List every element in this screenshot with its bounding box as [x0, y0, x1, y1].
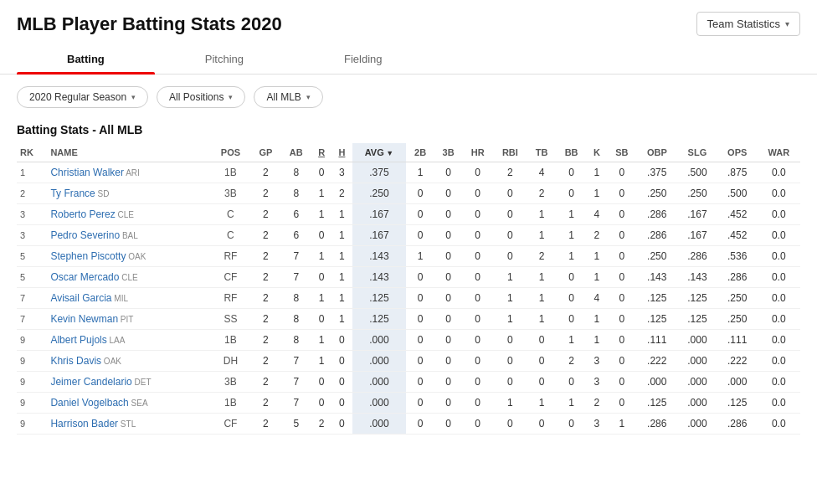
col-header-avg[interactable]: AVG — [352, 143, 407, 162]
table-row: 9Jeimer Candelario DET3B2700.00000000030… — [17, 372, 800, 393]
player-link[interactable]: Albert Pujols — [50, 334, 106, 346]
cell-slg: .500 — [677, 162, 717, 183]
table-row: 9Khris Davis OAKDH2710.00000000230.222.0… — [17, 351, 800, 372]
cell-pos: CF — [211, 414, 251, 435]
team-statistics-button[interactable]: Team Statistics ▾ — [696, 12, 800, 36]
cell-war: 0.0 — [758, 351, 800, 372]
cell-obp: .000 — [637, 372, 678, 393]
tab-pitching[interactable]: Pitching — [155, 44, 294, 74]
league-filter[interactable]: All MLB ▾ — [254, 86, 322, 108]
cell-gp: 2 — [250, 288, 280, 309]
cell-gp: 2 — [250, 246, 280, 267]
team-abbr: OAK — [101, 357, 121, 366]
player-link[interactable]: Avisail Garcia — [50, 292, 111, 304]
cell-ab: 7 — [281, 393, 311, 414]
table-row: 5Stephen Piscotty OAKRF2711.14310002110.… — [17, 246, 800, 267]
player-link[interactable]: Kevin Newman — [50, 313, 118, 325]
cell-rbi: 1 — [493, 393, 527, 414]
cell-tb: 4 — [527, 162, 557, 183]
cell-obp: .286 — [637, 225, 678, 246]
cell-r: 0 — [311, 267, 331, 288]
cell-hr: 0 — [462, 267, 492, 288]
cell-pos: 1B — [211, 162, 251, 183]
cell-3b: 0 — [434, 162, 463, 183]
cell-k: 1 — [587, 309, 607, 330]
cell-3b: 0 — [434, 372, 463, 393]
cell-slg: .000 — [677, 372, 717, 393]
tab-fielding[interactable]: Fielding — [294, 44, 433, 74]
cell-3b: 0 — [434, 351, 463, 372]
cell-obp: .250 — [637, 246, 678, 267]
cell-rbi: 2 — [493, 162, 527, 183]
cell-pos: 3B — [211, 183, 251, 204]
cell-r: 0 — [311, 309, 331, 330]
cell-sb: 0 — [607, 288, 636, 309]
cell-tb: 1 — [527, 309, 557, 330]
cell-avg: .250 — [352, 183, 407, 204]
player-link[interactable]: Stephen Piscotty — [50, 250, 126, 262]
league-chevron-icon: ▾ — [306, 93, 311, 101]
cell-bb: 0 — [556, 309, 586, 330]
col-header-2b: 2B — [406, 143, 434, 162]
cell-hr: 0 — [462, 330, 492, 351]
cell-k: 4 — [587, 288, 607, 309]
cell-avg: .167 — [352, 204, 407, 225]
cell-r: 1 — [311, 351, 331, 372]
player-link[interactable]: Daniel Vogelbach — [50, 397, 128, 409]
cell-tb: 0 — [527, 330, 557, 351]
cell-h: 1 — [331, 225, 352, 246]
team-abbr: CLE — [116, 210, 134, 219]
league-filter-label: All MLB — [266, 91, 301, 103]
cell-rbi: 0 — [493, 330, 527, 351]
cell-tb: 1 — [527, 204, 557, 225]
cell-name: Roberto Perez CLE — [47, 204, 210, 225]
cell-r: 0 — [311, 372, 331, 393]
cell-slg: .000 — [677, 330, 717, 351]
cell-ab: 5 — [281, 414, 311, 435]
player-link[interactable]: Jeimer Candelario — [50, 376, 131, 388]
cell-ops: .286 — [717, 414, 758, 435]
cell-3b: 0 — [434, 225, 463, 246]
cell-r: 1 — [311, 183, 331, 204]
cell-hr: 0 — [462, 288, 492, 309]
cell-ops: .125 — [717, 393, 758, 414]
filter-bar: 2020 Regular Season ▾ All Positions ▾ Al… — [0, 75, 817, 120]
cell-name: Stephen Piscotty OAK — [47, 246, 210, 267]
tab-bar: Batting Pitching Fielding — [0, 44, 817, 75]
player-link[interactable]: Christian Walker — [50, 167, 124, 178]
cell-r: 0 — [311, 393, 331, 414]
cell-slg: .167 — [677, 225, 717, 246]
cell-ab: 6 — [281, 225, 311, 246]
cell-3b: 0 — [434, 330, 463, 351]
cell-slg: .167 — [677, 204, 717, 225]
cell-name: Pedro Severino BAL — [47, 225, 210, 246]
position-filter[interactable]: All Positions ▾ — [157, 86, 245, 108]
player-link[interactable]: Roberto Perez — [50, 208, 115, 220]
cell-k: 1 — [587, 183, 607, 204]
cell-2b: 0 — [406, 183, 434, 204]
player-link[interactable]: Khris Davis — [50, 355, 101, 367]
position-filter-label: All Positions — [169, 91, 224, 103]
player-link[interactable]: Pedro Severino — [50, 229, 120, 241]
cell-h: 1 — [331, 246, 352, 267]
season-filter[interactable]: 2020 Regular Season ▾ — [17, 86, 148, 108]
cell-k: 3 — [587, 351, 607, 372]
tab-batting[interactable]: Batting — [17, 44, 155, 74]
col-header-h: H — [331, 143, 352, 162]
cell-sb: 0 — [607, 246, 636, 267]
player-link[interactable]: Harrison Bader — [50, 418, 118, 429]
cell-r: 1 — [311, 246, 331, 267]
cell-sb: 0 — [607, 330, 636, 351]
chevron-down-icon: ▾ — [785, 19, 789, 28]
cell-ab: 6 — [281, 204, 311, 225]
batting-stats-table: RK NAME POS GP AB R H AVG 2B 3B HR RBI T… — [17, 143, 800, 435]
cell-2b: 0 — [406, 372, 434, 393]
cell-3b: 0 — [434, 267, 463, 288]
player-link[interactable]: Ty France — [50, 188, 95, 199]
cell-k: 3 — [587, 414, 607, 435]
cell-war: 0.0 — [758, 246, 800, 267]
cell-war: 0.0 — [758, 162, 800, 183]
cell-h: 0 — [331, 393, 352, 414]
player-link[interactable]: Oscar Mercado — [50, 271, 119, 283]
cell-ab: 7 — [281, 246, 311, 267]
